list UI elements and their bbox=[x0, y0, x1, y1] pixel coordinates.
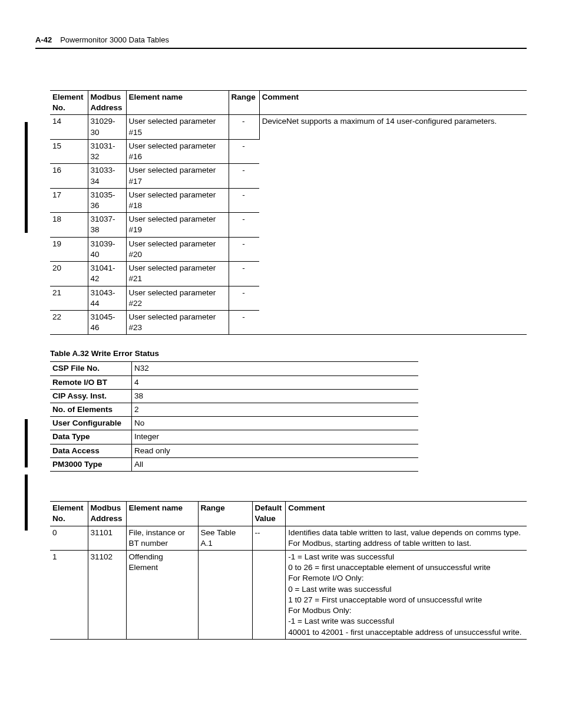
cell-element-name: User selected parameter #22 bbox=[126, 286, 229, 310]
cell-element-name: User selected parameter #16 bbox=[126, 139, 229, 163]
kv-value: Read only bbox=[132, 444, 419, 457]
cell-range: - bbox=[229, 286, 259, 310]
kv-row: CIP Assy. Inst.38 bbox=[50, 389, 418, 403]
cell-modbus-address: 31029-30 bbox=[88, 115, 126, 139]
cell-default-value bbox=[252, 551, 286, 639]
kv-value: 38 bbox=[132, 389, 419, 403]
change-bar bbox=[25, 122, 28, 233]
kv-value: 4 bbox=[132, 375, 419, 389]
cell-modbus-address: 31041-42 bbox=[88, 262, 126, 286]
kv-row: CSP File No.N32 bbox=[50, 362, 418, 375]
cell-element-no: 19 bbox=[50, 237, 88, 261]
cell-element-no: 16 bbox=[50, 164, 88, 188]
cell-element-name: User selected parameter #18 bbox=[126, 188, 229, 212]
cell-range: See Table A.1 bbox=[198, 526, 252, 550]
cell-comment: Identifies data table written to last, v… bbox=[286, 526, 527, 550]
cell-element-name: User selected parameter #20 bbox=[126, 237, 229, 261]
header-rule bbox=[35, 48, 527, 49]
cell-range: - bbox=[229, 188, 259, 212]
table-2-title: Table A.32 Write Error Status bbox=[50, 349, 527, 358]
kv-row: Data TypeInteger bbox=[50, 430, 418, 444]
cell-range: - bbox=[229, 262, 259, 286]
cell-modbus-address: 31045-46 bbox=[88, 310, 126, 334]
kv-value: Integer bbox=[132, 430, 419, 444]
col-element-name: Element name bbox=[126, 91, 229, 115]
cell-element-name: User selected parameter #17 bbox=[126, 164, 229, 188]
col-modbus-address: Modbus Address bbox=[88, 502, 126, 526]
col-comment: Comment bbox=[259, 91, 527, 115]
cell-element-no: 15 bbox=[50, 139, 88, 163]
col-comment: Comment bbox=[286, 502, 527, 526]
cell-element-no: 1 bbox=[50, 551, 88, 639]
table-row: 1431029-30User selected parameter #15-De… bbox=[50, 115, 527, 139]
cell-comment: -1 = Last write was successful0 to 26 = … bbox=[286, 551, 527, 639]
kv-key: User Configurable bbox=[50, 417, 132, 430]
cell-modbus-address: 31031-32 bbox=[88, 139, 126, 163]
table-row: 131102Offending Element-1 = Last write w… bbox=[50, 551, 527, 639]
cell-element-name: User selected parameter #15 bbox=[126, 115, 229, 139]
col-range: Range bbox=[198, 502, 252, 526]
kv-key: Data Type bbox=[50, 430, 132, 444]
col-element-no: Element No. bbox=[50, 91, 88, 115]
cell-modbus-address: 31102 bbox=[88, 551, 126, 639]
kv-row: No. of Elements2 bbox=[50, 403, 418, 417]
cell-element-no: 22 bbox=[50, 310, 88, 334]
kv-row: Remote I/O BT4 bbox=[50, 375, 418, 389]
page-number: A-42 bbox=[35, 35, 52, 44]
cell-modbus-address: 31101 bbox=[88, 526, 126, 550]
section-title: Powermonitor 3000 Data Tables bbox=[60, 35, 169, 44]
cell-default-value: -- bbox=[252, 526, 286, 550]
table-3: Element No. Modbus Address Element name … bbox=[50, 501, 527, 640]
cell-modbus-address: 31043-44 bbox=[88, 286, 126, 310]
cell-modbus-address: 31035-36 bbox=[88, 188, 126, 212]
cell-modbus-address: 31033-34 bbox=[88, 164, 126, 188]
page-header: A-42 Powermonitor 3000 Data Tables bbox=[35, 35, 527, 44]
kv-row: Data AccessRead only bbox=[50, 444, 418, 457]
cell-range bbox=[198, 551, 252, 639]
change-bar bbox=[25, 419, 28, 467]
cell-element-no: 20 bbox=[50, 262, 88, 286]
col-modbus-address: Modbus Address bbox=[88, 91, 126, 115]
cell-range: - bbox=[229, 115, 259, 139]
cell-comment: DeviceNet supports a maximum of 14 user-… bbox=[259, 115, 527, 334]
cell-element-no: 17 bbox=[50, 188, 88, 212]
cell-modbus-address: 31039-40 bbox=[88, 237, 126, 261]
cell-element-name: File, instance or BT number bbox=[126, 526, 198, 550]
cell-element-name: User selected parameter #23 bbox=[126, 310, 229, 334]
kv-value: No bbox=[132, 417, 419, 430]
cell-element-no: 18 bbox=[50, 213, 88, 237]
cell-element-name: User selected parameter #19 bbox=[126, 213, 229, 237]
kv-value: 2 bbox=[132, 403, 419, 417]
kv-row: User ConfigurableNo bbox=[50, 417, 418, 430]
col-element-name: Element name bbox=[126, 502, 198, 526]
kv-key: CIP Assy. Inst. bbox=[50, 389, 132, 403]
table-header-row: Element No. Modbus Address Element name … bbox=[50, 91, 527, 115]
table-2: CSP File No.N32Remote I/O BT4CIP Assy. I… bbox=[50, 361, 418, 472]
cell-element-name: User selected parameter #21 bbox=[126, 262, 229, 286]
kv-key: No. of Elements bbox=[50, 403, 132, 417]
kv-value: N32 bbox=[132, 362, 419, 375]
kv-key: Data Access bbox=[50, 444, 132, 457]
cell-range: - bbox=[229, 213, 259, 237]
cell-element-name: Offending Element bbox=[126, 551, 198, 639]
cell-element-no: 0 bbox=[50, 526, 88, 550]
cell-element-no: 21 bbox=[50, 286, 88, 310]
table-1: Element No. Modbus Address Element name … bbox=[50, 90, 527, 335]
kv-value: All bbox=[132, 457, 419, 471]
kv-key: CSP File No. bbox=[50, 362, 132, 375]
kv-key: Remote I/O BT bbox=[50, 375, 132, 389]
cell-element-no: 14 bbox=[50, 115, 88, 139]
cell-range: - bbox=[229, 139, 259, 163]
change-bar bbox=[25, 475, 28, 531]
table-header-row: Element No. Modbus Address Element name … bbox=[50, 502, 527, 526]
col-element-no: Element No. bbox=[50, 502, 88, 526]
cell-range: - bbox=[229, 310, 259, 334]
kv-row: PM3000 TypeAll bbox=[50, 457, 418, 471]
kv-key: PM3000 Type bbox=[50, 457, 132, 471]
col-default-value: Default Value bbox=[252, 502, 286, 526]
cell-modbus-address: 31037-38 bbox=[88, 213, 126, 237]
cell-range: - bbox=[229, 164, 259, 188]
cell-range: - bbox=[229, 237, 259, 261]
table-row: 031101File, instance or BT numberSee Tab… bbox=[50, 526, 527, 550]
col-range: Range bbox=[229, 91, 259, 115]
